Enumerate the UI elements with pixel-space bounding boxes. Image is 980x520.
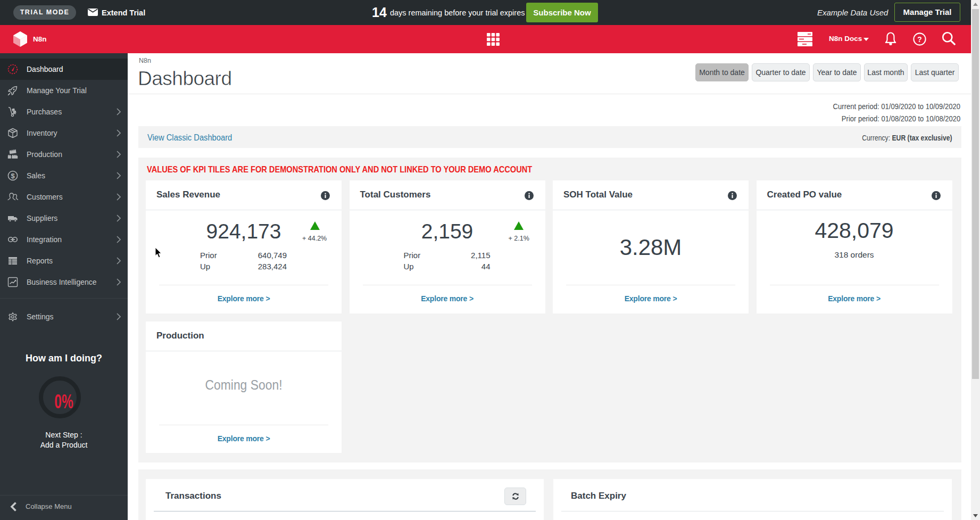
svg-text:$: $ bbox=[11, 172, 15, 180]
svg-text:?: ? bbox=[917, 35, 921, 44]
